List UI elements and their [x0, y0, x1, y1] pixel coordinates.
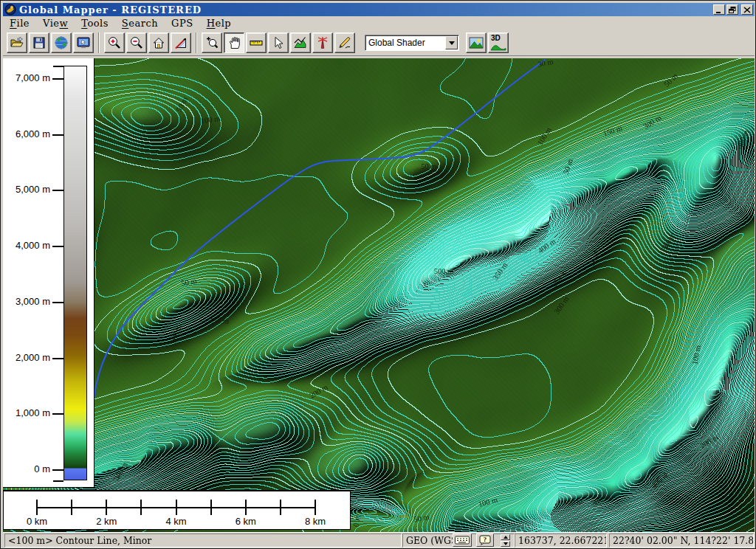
scale-tick: [36, 500, 38, 515]
scale-label: 8 km: [293, 516, 337, 527]
scale-tick: [245, 500, 247, 515]
status-message: <100 m> Contour Line, Minor: [8, 535, 151, 546]
legend-label: 3,000 m: [3, 296, 50, 307]
scale-bar: 0 km2 km4 km6 km8 km: [3, 490, 351, 530]
configure-view-button[interactable]: [171, 32, 191, 53]
download-online-data-button[interactable]: [51, 32, 72, 53]
zoom-tool-button[interactable]: [202, 32, 222, 53]
zoom-out-button[interactable]: [126, 32, 147, 53]
legend-label: 6,000 m: [3, 128, 50, 139]
help-button[interactable]: ?: [476, 534, 494, 547]
view-3d-button[interactable]: 3D: [488, 32, 509, 53]
toolbar-separator: [98, 32, 100, 53]
title-bar: Global Mapper - REGISTERED: [3, 3, 755, 16]
raster-view-button[interactable]: [466, 32, 487, 53]
toolbar: Global Shader 3D: [3, 30, 755, 56]
coordinate-spinner[interactable]: [501, 534, 510, 547]
menu-search[interactable]: Search: [115, 17, 165, 30]
scale-label: 4 km: [154, 516, 199, 527]
zoom-in-icon: [107, 35, 122, 50]
keyboard-icon: [455, 536, 470, 545]
legend-label: 2,000 m: [3, 352, 50, 363]
open-folder-icon: [10, 35, 24, 50]
overlay-control-center-button[interactable]: [73, 32, 94, 53]
coords-value: 163737, 22.66722137 ): [518, 535, 607, 546]
scale-label: 2 km: [84, 516, 128, 527]
zoom-in-button[interactable]: [104, 32, 125, 53]
legend-tick: [52, 358, 63, 359]
shader-dropdown-value: Global Shader: [365, 38, 445, 48]
open-file-button[interactable]: [7, 32, 27, 53]
window-title: Global Mapper - REGISTERED: [19, 4, 202, 15]
legend-tick: [53, 66, 63, 67]
scale-tick: [176, 500, 177, 515]
triangle-ruler-pencil-icon: [173, 35, 188, 50]
scale-tick: [140, 500, 142, 515]
legend-label: 7,000 m: [3, 72, 50, 83]
elevation-legend: 7,000 m6,000 m5,000 m4,000 m3,000 m2,000…: [3, 58, 94, 488]
minimize-icon: [715, 7, 723, 13]
map-view: [3, 58, 755, 532]
menu-gps[interactable]: GPS: [165, 17, 200, 30]
path-profile-icon: [293, 35, 308, 50]
application-window: Global Mapper - REGISTERED FileViewTools…: [0, 0, 756, 549]
view-3d-label: 3D: [491, 34, 501, 42]
legend-tick: [52, 302, 63, 303]
app-logo-icon: [4, 4, 16, 15]
elevation-gradient-bar: [63, 66, 87, 480]
map-canvas[interactable]: [3, 58, 755, 532]
pen-icon: [337, 35, 352, 50]
dms-panel: 22?40' 02.00" N, 114?22' 17.89" E: [609, 534, 754, 548]
pan-tool-button[interactable]: [224, 32, 244, 53]
legend-tick: [52, 246, 63, 247]
chevron-down-icon[interactable]: [445, 36, 458, 49]
shader-dropdown[interactable]: Global Shader: [365, 35, 459, 51]
menu-view[interactable]: View: [36, 17, 75, 30]
digitizer-pointer-button[interactable]: [268, 32, 289, 53]
legend-tick: [52, 78, 63, 80]
home-icon: [151, 35, 166, 50]
full-view-button[interactable]: [148, 32, 169, 53]
menu-help[interactable]: Help: [200, 17, 238, 30]
landscape-image-icon: [468, 35, 484, 50]
overlay-control-icon: [76, 35, 91, 50]
arrow-cursor-icon: [271, 35, 286, 50]
scale-label: 6 km: [224, 516, 268, 527]
scale-tick: [210, 500, 212, 515]
scale-label: 0 km: [15, 516, 59, 527]
zoom-out-icon: [129, 35, 144, 50]
spinner-down-icon[interactable]: [501, 541, 510, 547]
menu-tools[interactable]: Tools: [75, 17, 115, 30]
scale-tick: [106, 500, 107, 515]
legend-tick: [52, 413, 63, 415]
pen-tool-button[interactable]: [334, 32, 355, 53]
help-icon: ?: [479, 535, 491, 545]
svg-text:?: ?: [484, 536, 487, 543]
path-profile-button[interactable]: [290, 32, 311, 53]
restore-icon: [729, 7, 736, 13]
legend-tick: [52, 190, 63, 191]
measure-tool-button[interactable]: [246, 32, 267, 53]
legend-tick: [53, 480, 63, 482]
coords-panel: 163737, 22.66722137 ): [515, 534, 607, 548]
antenna-icon: [315, 35, 330, 50]
legend-label: 5,000 m: [3, 184, 50, 195]
minimize-button[interactable]: [713, 4, 725, 15]
scale-tick: [71, 500, 72, 515]
legend-tick: [52, 134, 63, 136]
toolbar-separator: [196, 32, 197, 53]
legend-label: 0 m: [3, 463, 50, 474]
menu-file[interactable]: File: [3, 17, 36, 30]
keyboard-entry-button[interactable]: [453, 534, 472, 547]
save-workspace-button[interactable]: [29, 32, 49, 53]
legend-label: 1,000 m: [3, 407, 50, 418]
restore-button[interactable]: [726, 4, 738, 15]
save-floppy-icon: [32, 35, 47, 50]
dms-value: 22?40' 02.00" N, 114?22' 17.89" E: [613, 535, 754, 546]
close-button[interactable]: [741, 4, 753, 15]
scale-tick: [280, 500, 281, 515]
spinner-up-icon[interactable]: [501, 534, 510, 540]
globe-icon: [54, 35, 69, 50]
status-bar: <100 m> Contour Line, Minor GEO (WGS8 ? …: [3, 532, 755, 548]
view-shed-button[interactable]: [312, 32, 333, 53]
